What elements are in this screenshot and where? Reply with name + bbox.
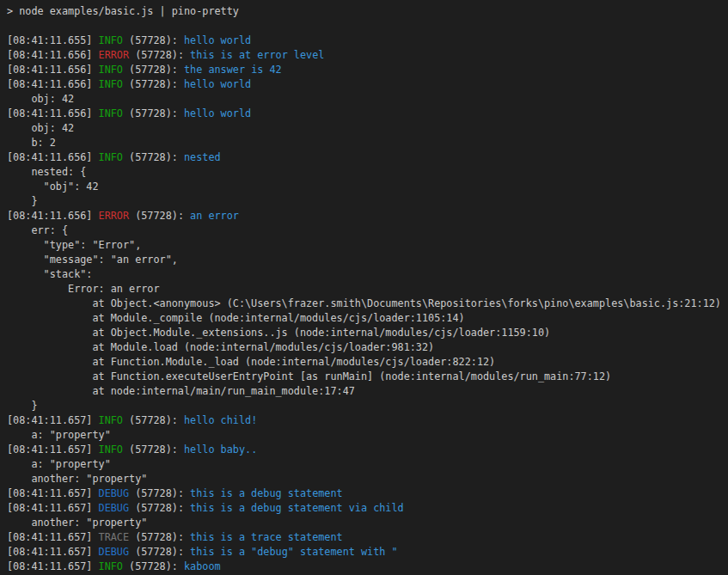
log-detail-line: obj: 42	[7, 121, 728, 136]
detail-text: "message": "an error",	[7, 254, 178, 266]
log-level-debug: DEBUG	[99, 546, 130, 558]
log-line: [08:41:11.657] TRACE (57728): this is a …	[7, 530, 728, 545]
log-detail-line: at node:internal/main/run_main_module:17…	[7, 384, 728, 399]
log-line: [08:41:11.657] INFO (57728): hello baby.…	[7, 443, 728, 457]
log-timestamp: [08:41:11.657]	[7, 531, 99, 543]
log-pid: (57728):	[129, 487, 190, 499]
log-level-info: INFO	[99, 560, 123, 572]
detail-text: Error: an error	[7, 283, 160, 295]
log-pid: (57728):	[129, 502, 190, 514]
log-line: [08:41:11.657] INFO (57728): kaboom	[7, 560, 728, 574]
log-pid: (57728):	[123, 560, 184, 572]
detail-text: at Module._compile (node:internal/module…	[7, 312, 465, 324]
log-timestamp: [08:41:11.656]	[7, 64, 99, 76]
log-detail-line: another: "property"	[7, 472, 728, 486]
log-level-info: INFO	[99, 414, 123, 426]
log-detail-line: a: "property"	[7, 428, 728, 443]
log-line: [08:41:11.657] DEBUG (57728): this is a …	[7, 545, 728, 560]
detail-text: at Function.executeUserEntryPoint [as ru…	[7, 370, 611, 382]
log-timestamp: [08:41:11.656]	[7, 107, 99, 119]
detail-text: "type": "Error",	[7, 239, 141, 251]
log-line: [08:41:11.656] ERROR (57728): this is at…	[7, 48, 728, 63]
blank-line	[7, 19, 728, 34]
log-level-error: ERROR	[99, 49, 130, 61]
log-message: this is a debug statement via child	[190, 502, 404, 514]
detail-text: a: "property"	[7, 458, 111, 470]
log-message: hello world	[184, 107, 251, 119]
log-detail-line: "stack":	[7, 267, 728, 282]
log-message: kaboom	[184, 560, 221, 572]
log-level-debug: DEBUG	[99, 502, 130, 514]
log-timestamp: [08:41:11.657]	[7, 443, 99, 456]
log-level-error: ERROR	[99, 210, 130, 222]
command-line: > node examples/basic.js | pino-pretty	[7, 4, 728, 19]
log-line: [08:41:11.655] INFO (57728): hello world	[7, 34, 728, 48]
log-line: [08:41:11.656] ERROR (57728): an error	[7, 209, 728, 223]
log-timestamp: [08:41:11.656]	[7, 49, 99, 61]
log-message: hello world	[184, 78, 251, 90]
log-timestamp: [08:41:11.657]	[7, 502, 99, 514]
log-message: nested	[184, 151, 221, 163]
log-timestamp: [08:41:11.656]	[7, 151, 99, 163]
log-level-debug: DEBUG	[99, 487, 130, 499]
log-pid: (57728):	[123, 151, 184, 163]
log-line: [08:41:11.656] INFO (57728): the answer …	[7, 63, 728, 77]
log-detail-line: another: "property"	[7, 516, 728, 530]
log-level-info: INFO	[99, 64, 123, 76]
log-level-info: INFO	[99, 78, 123, 90]
log-level-info: INFO	[99, 34, 123, 46]
log-detail-line: "type": "Error",	[7, 238, 728, 253]
log-detail-line: Error: an error	[7, 282, 728, 297]
log-pid: (57728):	[123, 64, 184, 76]
log-pid: (57728):	[129, 546, 190, 558]
log-message: this is a "debug" statement with "	[190, 546, 397, 558]
log-timestamp: [08:41:11.657]	[7, 546, 99, 558]
log-message: this is a trace statement	[190, 531, 343, 543]
log-line: [08:41:11.656] INFO (57728): hello world	[7, 77, 728, 92]
log-detail-line: at Module._compile (node:internal/module…	[7, 311, 728, 326]
detail-text: "obj": 42	[7, 180, 99, 193]
detail-text: a: "property"	[7, 429, 111, 441]
log-line: [08:41:11.656] INFO (57728): nested	[7, 150, 728, 165]
log-pid: (57728):	[129, 531, 190, 543]
log-message: an error	[190, 210, 239, 222]
log-pid: (57728):	[129, 49, 190, 61]
log-pid: (57728):	[123, 34, 184, 46]
detail-text: at Object.Module._extensions..js (node:i…	[7, 327, 550, 339]
log-detail-line: a: "property"	[7, 457, 728, 472]
log-detail-line: }	[7, 399, 728, 413]
log-level-info: INFO	[99, 151, 123, 163]
log-detail-line: at Object.<anonymous> (C:\Users\frazer.s…	[7, 297, 728, 311]
log-timestamp: [08:41:11.656]	[7, 210, 99, 222]
detail-text: at node:internal/main/run_main_module:17…	[7, 385, 355, 397]
log-pid: (57728):	[123, 78, 184, 90]
log-pid: (57728):	[123, 107, 184, 119]
detail-text: at Object.<anonymous> (C:\Users\frazer.s…	[7, 297, 721, 309]
log-pid: (57728):	[123, 443, 184, 456]
log-detail-line: obj: 42	[7, 92, 728, 107]
detail-text: obj: 42	[7, 122, 74, 134]
log-detail-line: err: {	[7, 223, 728, 238]
detail-text: another: "property"	[7, 473, 147, 485]
detail-text: another: "property"	[7, 517, 147, 529]
detail-text: "stack":	[7, 268, 92, 280]
log-detail-line: "message": "an error",	[7, 253, 728, 267]
log-detail-line: }	[7, 194, 728, 209]
terminal[interactable]: > node examples/basic.js | pino-pretty […	[0, 0, 728, 575]
log-message: this is at error level	[190, 49, 324, 61]
log-line: [08:41:11.657] DEBUG (57728): this is a …	[7, 501, 728, 516]
log-message: this is a debug statement	[190, 487, 343, 499]
log-message: hello child!	[184, 414, 257, 426]
log-detail-line: b: 2	[7, 136, 728, 150]
detail-text: at Function.Module._load (node:internal/…	[7, 356, 495, 368]
log-timestamp: [08:41:11.656]	[7, 78, 99, 90]
log-line: [08:41:11.657] INFO (57728): hello child…	[7, 413, 728, 428]
log-detail-line: nested: {	[7, 165, 728, 180]
log-timestamp: [08:41:11.657]	[7, 414, 99, 426]
log-timestamp: [08:41:11.655]	[7, 34, 99, 46]
detail-text: err: {	[7, 224, 68, 236]
detail-text: nested: {	[7, 166, 86, 178]
log-message: hello world	[184, 34, 251, 46]
log-timestamp: [08:41:11.657]	[7, 487, 99, 499]
log-line: [08:41:11.656] INFO (57728): hello world	[7, 107, 728, 121]
